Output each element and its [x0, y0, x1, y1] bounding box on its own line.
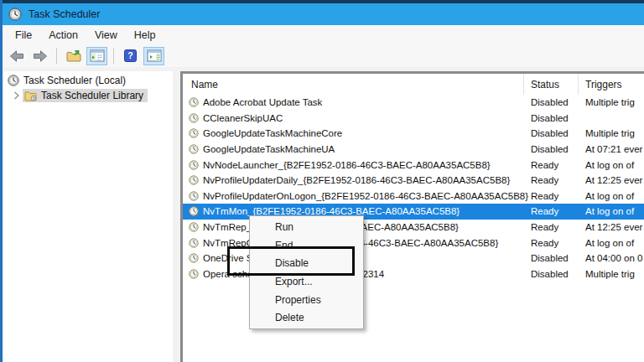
task-clock-icon [189, 238, 199, 248]
forward-button[interactable] [29, 47, 50, 65]
context-menu-item-run[interactable]: Run [250, 218, 363, 236]
sidebar-tree: Task Scheduler (Local) [4, 71, 173, 362]
menu-action[interactable]: Action [40, 28, 86, 43]
tree-item-library[interactable]: Task Scheduler Library [4, 88, 173, 103]
folder-arrow-icon [66, 49, 81, 63]
toolbar-separator [113, 48, 114, 64]
task-clock-icon [189, 222, 199, 232]
table-row[interactable]: NvProfileUpdaterDaily_{B2FE1952-0186-46C… [183, 173, 644, 189]
console-tree-icon [90, 49, 105, 62]
task-triggers: Multiple trig [579, 269, 644, 279]
task-triggers: At log on of [579, 238, 644, 248]
task-triggers: Multiple trig [579, 97, 644, 107]
task-status: Disabled [524, 128, 579, 138]
back-arrow-icon [9, 50, 24, 62]
task-triggers: At 12:25 ever [579, 175, 644, 185]
menu-help[interactable]: Help [126, 28, 164, 43]
menu-file[interactable]: File [7, 28, 40, 43]
menu-view[interactable]: View [86, 28, 126, 43]
task-triggers: At log on of [579, 191, 644, 201]
table-row[interactable]: GoogleUpdateTaskMachineUA Disabled At 07… [183, 142, 644, 158]
toolbar-separator [56, 48, 57, 64]
task-status: Disabled [524, 97, 579, 107]
task-status: Ready [524, 238, 579, 248]
task-clock-icon [189, 269, 199, 279]
tree-item-label: Task Scheduler (Local) [23, 75, 126, 86]
task-triggers: At log on of [579, 160, 644, 170]
console-tree-toggle-button[interactable] [86, 47, 107, 65]
list-header: Name Status Triggers [183, 74, 644, 95]
task-clock-icon [189, 191, 199, 201]
table-row[interactable]: NvNodeLauncher_{B2FE1952-0186-46C3-BAEC-… [183, 157, 644, 173]
chevron-right-icon [13, 91, 20, 100]
tree-item-local[interactable]: Task Scheduler (Local) [4, 73, 173, 88]
task-status: Disabled [524, 253, 579, 263]
task-triggers: At log on of [579, 206, 644, 216]
task-name: GoogleUpdateTaskMachineCore [203, 128, 342, 138]
task-status: Ready [524, 222, 579, 232]
task-status: Ready [524, 206, 579, 216]
tree-item-label: Task Scheduler Library [41, 90, 143, 101]
task-name: Adobe Acrobat Update Task [203, 97, 322, 107]
window-accent-border [0, 0, 3, 362]
context-menu-item-delete[interactable]: Delete [250, 308, 363, 327]
task-name: CCleanerSkipUAC [203, 113, 283, 123]
task-clock-icon [189, 144, 199, 154]
disable-annotation-rectangle [227, 246, 355, 276]
column-header-triggers[interactable]: Triggers [579, 74, 644, 95]
table-row[interactable]: GoogleUpdateTaskMachineCore Disabled Mul… [183, 126, 644, 142]
task-status: Ready [524, 191, 579, 201]
folder-clock-icon [24, 90, 37, 101]
context-menu-item-properties[interactable]: Properties [250, 291, 363, 309]
table-row[interactable]: NvProfileUpdaterOnLogon_{B2FE1952-0186-4… [183, 189, 644, 204]
title-bar[interactable]: Task Scheduler [0, 0, 644, 25]
task-name: GoogleUpdateTaskMachineUA [203, 144, 335, 154]
clock-icon [8, 75, 19, 86]
task-clock-icon [189, 128, 199, 138]
task-status: Disabled [524, 269, 579, 279]
task-name: NvProfileUpdaterDaily_{B2FE1952-0186-46C… [203, 175, 510, 185]
task-clock-icon [189, 160, 199, 170]
tree-item-library-selection: Task Scheduler Library [23, 89, 148, 102]
window-title: Task Scheduler [29, 8, 100, 20]
help-icon: ? [124, 49, 137, 62]
show-in-folder-button[interactable] [63, 47, 84, 65]
task-status: Ready [524, 175, 579, 185]
forward-arrow-icon [33, 50, 48, 62]
task-name: NvNodeLauncher_{B2FE1952-0186-46C3-BAEC-… [203, 160, 491, 170]
task-clock-icon [189, 206, 199, 216]
column-header-name[interactable]: Name [183, 74, 524, 95]
action-pane-icon [147, 49, 162, 62]
task-name: NvProfileUpdaterOnLogon_{B2FE1952-0186-4… [203, 191, 528, 201]
task-clock-icon [189, 113, 199, 123]
menu-bar: File Action View Help [0, 25, 644, 44]
task-triggers: At 04:00 on 0 [579, 253, 644, 263]
task-status: Disabled [524, 113, 579, 123]
toolbar: ? [0, 44, 644, 67]
panel-divider[interactable] [173, 71, 180, 362]
task-triggers: At 12:25 ever [579, 222, 644, 232]
back-button[interactable] [6, 47, 27, 65]
column-header-status[interactable]: Status [524, 74, 579, 95]
action-pane-toggle-button[interactable] [143, 47, 164, 65]
help-button[interactable]: ? [120, 47, 141, 65]
table-row[interactable]: CCleanerSkipUAC Disabled [183, 111, 644, 127]
task-clock-icon [189, 175, 199, 185]
table-row[interactable]: Adobe Acrobat Update Task Disabled Multi… [183, 95, 644, 111]
app-clock-icon [8, 8, 22, 21]
task-status: Ready [524, 160, 579, 170]
task-scheduler-window: Task Scheduler File Action View Help [0, 0, 644, 362]
task-clock-icon [189, 97, 199, 107]
task-triggers: At 07:21 ever [579, 144, 644, 154]
task-status: Disabled [524, 144, 579, 154]
svg-text:?: ? [127, 50, 132, 60]
task-clock-icon [189, 253, 199, 263]
task-triggers: Multiple trig [579, 128, 644, 138]
